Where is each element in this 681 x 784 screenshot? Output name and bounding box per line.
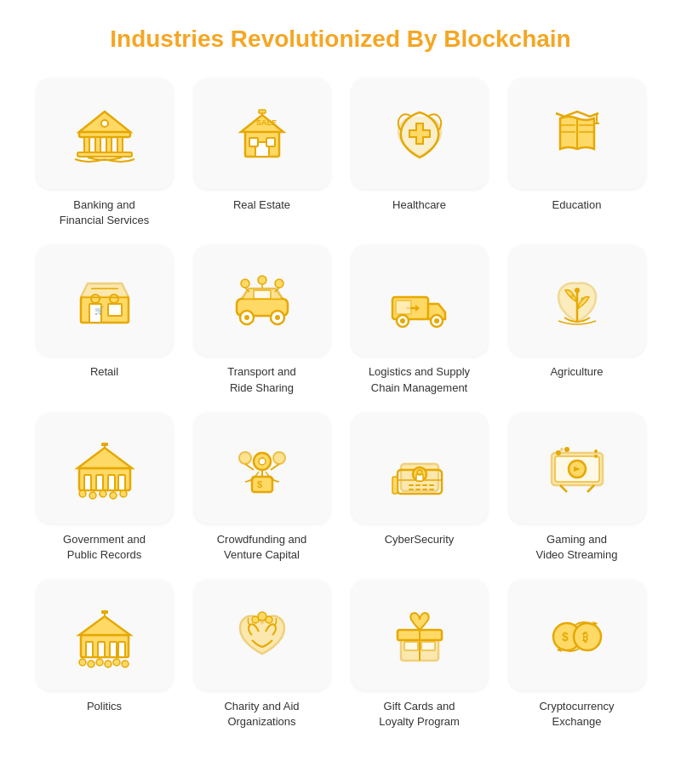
industry-card-healthcare[interactable]: Healthcare (349, 78, 489, 228)
icon-box-banking (37, 78, 173, 189)
industry-card-realestate[interactable]: SALE Real Estate (192, 78, 332, 228)
icon-box-gaming (509, 413, 645, 524)
svg-point-59 (273, 452, 285, 464)
svg-rect-27 (254, 290, 271, 299)
industry-label-gaming: Gaming and Video Streaming (536, 532, 618, 563)
svg-point-52 (79, 490, 86, 497)
svg-rect-101 (421, 642, 435, 650)
svg-marker-81 (79, 616, 130, 635)
svg-point-38 (434, 318, 439, 323)
svg-point-42 (570, 295, 574, 298)
icon-box-retail: 🛒 (37, 245, 173, 356)
svg-point-53 (89, 492, 96, 499)
icon-box-transport (194, 245, 330, 356)
industry-card-crypto[interactable]: $ ₿ Cryptocurrency Exchange (506, 580, 647, 730)
svg-rect-40 (396, 300, 411, 314)
industry-label-giftcards: Gift Cards and Loyalty Program (379, 699, 460, 730)
svg-rect-15 (259, 110, 266, 113)
svg-point-29 (258, 276, 266, 284)
svg-point-36 (400, 318, 405, 323)
svg-text:$: $ (257, 479, 262, 489)
industry-label-crypto: Cryptocurrency Exchange (539, 699, 614, 730)
svg-marker-45 (77, 448, 132, 468)
industry-card-banking[interactable]: Banking and Financial Services (34, 78, 175, 228)
industry-label-politics: Politics (87, 699, 122, 714)
svg-point-93 (122, 661, 129, 667)
industry-label-crowdfunding: Crowdfunding and Venture Capital (217, 532, 307, 563)
svg-rect-11 (249, 138, 258, 146)
svg-line-60 (245, 464, 254, 470)
industry-label-realestate: Real Estate (233, 197, 290, 213)
svg-point-92 (113, 659, 120, 666)
svg-point-55 (110, 492, 117, 499)
svg-rect-48 (108, 475, 115, 490)
svg-point-90 (96, 659, 103, 666)
icon-box-healthcare (352, 78, 488, 189)
svg-point-7 (101, 120, 108, 127)
industry-card-charity[interactable]: Charity and Aid Organizations (192, 580, 332, 730)
industry-card-government[interactable]: Government and Public Records (34, 413, 175, 563)
svg-rect-3 (106, 137, 112, 152)
industries-grid: Banking and Financial Services SALE Real… (17, 78, 664, 730)
svg-point-79 (594, 455, 598, 458)
industry-card-transport[interactable]: Transport and Ride Sharing (192, 245, 332, 395)
svg-rect-49 (118, 475, 125, 490)
industry-card-politics[interactable]: Politics (34, 580, 175, 730)
svg-text:🛒: 🛒 (94, 306, 105, 316)
icon-box-government (37, 413, 173, 524)
svg-point-24 (244, 315, 249, 320)
svg-point-89 (88, 661, 94, 667)
svg-point-76 (556, 450, 561, 455)
svg-point-54 (100, 490, 106, 497)
icon-box-giftcards (352, 580, 488, 690)
icon-box-realestate: SALE (194, 78, 330, 189)
svg-rect-68 (392, 477, 398, 494)
industry-label-cybersecurity: CyberSecurity (385, 532, 455, 547)
industry-card-crowdfunding[interactable]: $ Crowdfunding and Venture Capital (192, 413, 332, 563)
svg-point-91 (105, 661, 112, 667)
svg-point-41 (575, 288, 580, 293)
icon-box-agriculture (509, 245, 645, 356)
industry-label-retail: Retail (90, 364, 118, 380)
svg-point-88 (79, 659, 86, 666)
svg-rect-47 (96, 475, 103, 490)
svg-text:$: $ (562, 630, 569, 644)
industry-label-charity: Charity and Aid Organizations (224, 699, 299, 730)
industry-card-retail[interactable]: 🛒 Retail (34, 245, 175, 395)
svg-rect-12 (266, 138, 275, 146)
icon-box-cybersecurity (352, 413, 488, 524)
icon-box-logistics (352, 245, 488, 356)
industry-label-banking: Banking and Financial Services (60, 197, 150, 228)
svg-text:SALE: SALE (256, 118, 277, 127)
industry-card-gaming[interactable]: Gaming and Video Streaming (506, 413, 647, 563)
svg-point-96 (258, 612, 266, 621)
svg-point-65 (259, 458, 266, 465)
icon-box-politics (37, 580, 173, 690)
svg-rect-5 (77, 152, 132, 157)
industry-card-education[interactable]: Education (506, 78, 647, 228)
icon-box-charity (194, 580, 330, 690)
industry-label-transport: Transport and Ride Sharing (227, 364, 295, 395)
industry-label-logistics: Logistics and Supply Chain Management (369, 364, 470, 395)
svg-rect-18 (108, 304, 122, 316)
icon-box-crowdfunding: $ (194, 413, 330, 524)
industry-card-giftcards[interactable]: Gift Cards and Loyalty Program (349, 580, 489, 730)
industry-label-agriculture: Agriculture (550, 364, 603, 380)
svg-text:₿: ₿ (582, 630, 588, 644)
industry-label-education: Education (552, 197, 602, 213)
industry-card-logistics[interactable]: Logistics and Supply Chain Management (349, 245, 489, 395)
svg-point-56 (120, 490, 127, 497)
svg-point-26 (275, 315, 280, 320)
svg-point-43 (581, 297, 584, 300)
icon-box-education (509, 78, 645, 189)
svg-rect-85 (118, 642, 125, 657)
svg-point-28 (241, 279, 249, 288)
svg-rect-100 (404, 642, 418, 650)
industry-card-cybersecurity[interactable]: CyberSecurity (349, 413, 489, 563)
svg-point-77 (564, 447, 569, 452)
page-title: Industries Revolutionized By Blockchain (17, 26, 664, 53)
industry-label-healthcare: Healthcare (392, 197, 446, 213)
svg-rect-4 (117, 137, 123, 152)
industry-card-agriculture[interactable]: Agriculture (506, 245, 647, 395)
svg-rect-87 (101, 610, 108, 614)
